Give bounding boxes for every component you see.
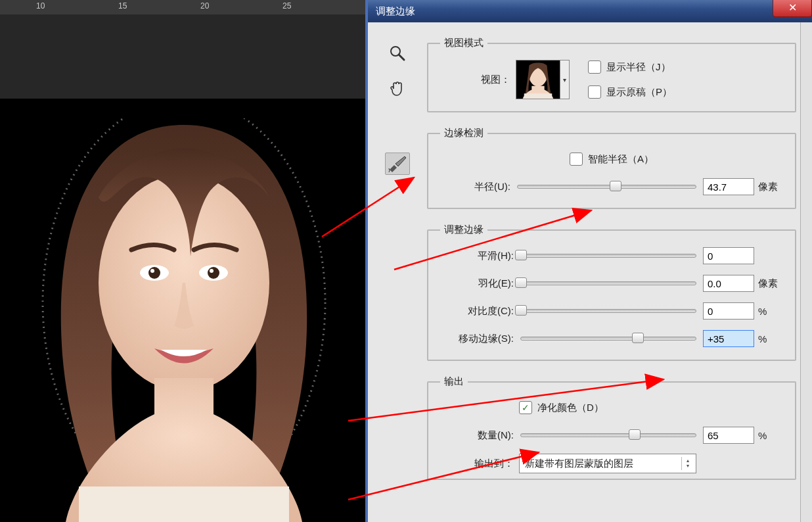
group-adjust-edge: 调整边缘 平滑(H): 羽化(E): 像素 对比度(C): xyxy=(427,224,796,361)
close-icon: ✕ xyxy=(788,1,797,14)
smart-radius-checkbox[interactable]: 智能半径（A） xyxy=(570,153,654,166)
checkbox-icon xyxy=(588,85,601,99)
shift-edge-input[interactable] xyxy=(703,330,754,347)
amount-input[interactable] xyxy=(703,427,754,444)
smart-radius-label: 智能半径（A） xyxy=(588,153,654,166)
slider-thumb-icon[interactable] xyxy=(515,250,527,260)
svg-point-4 xyxy=(148,267,160,279)
amount-label: 数量(N): xyxy=(440,429,519,442)
contrast-slider[interactable] xyxy=(520,309,696,313)
svg-rect-13 xyxy=(524,93,553,99)
svg-point-5 xyxy=(150,269,154,273)
dialog-title: 调整边缘 xyxy=(376,5,415,18)
svg-line-10 xyxy=(399,55,404,60)
purify-label: 净化颜色（D） xyxy=(537,402,604,414)
shift-edge-slider[interactable] xyxy=(520,337,696,341)
radius-unit: 像素 xyxy=(754,181,783,193)
slider-thumb-icon[interactable] xyxy=(515,305,527,316)
magnifier-icon xyxy=(389,45,406,62)
ruler-num: 25 xyxy=(282,1,291,11)
legend-output: 输出 xyxy=(440,375,468,388)
slider-thumb-icon[interactable] xyxy=(610,181,621,191)
svg-point-8 xyxy=(210,269,214,273)
scrollbar[interactable] xyxy=(800,22,812,522)
group-view-mode: 视图模式 视图： ▾ xyxy=(427,37,796,112)
show-original-checkbox[interactable]: 显示原稿（P） xyxy=(588,85,672,99)
legend-adjust-edge: 调整边缘 xyxy=(440,224,487,236)
checkbox-icon xyxy=(570,153,583,166)
output-to-label: 输出到： xyxy=(440,458,519,470)
legend-edge-detect: 边缘检测 xyxy=(440,127,487,139)
brush-icon xyxy=(388,155,407,172)
feather-unit: 像素 xyxy=(754,277,783,290)
refine-brush-tool[interactable] xyxy=(385,153,410,175)
dialog-titlebar[interactable]: 调整边缘 ✕ xyxy=(368,0,812,22)
view-thumbnail[interactable] xyxy=(516,60,560,99)
ruler-num: 20 xyxy=(200,1,209,11)
panels: 视图模式 视图： ▾ xyxy=(427,22,812,522)
amount-slider[interactable] xyxy=(520,433,696,437)
radius-slider[interactable] xyxy=(517,185,696,189)
select-arrow-icon: ▴▾ xyxy=(681,457,693,470)
slider-thumb-icon[interactable] xyxy=(515,277,527,288)
svg-point-7 xyxy=(208,267,219,279)
slider-thumb-icon[interactable] xyxy=(632,333,644,343)
smooth-input[interactable] xyxy=(703,247,754,264)
ruler-num: 10 xyxy=(36,1,45,11)
amount-unit: % xyxy=(754,430,783,441)
show-radius-label: 显示半径（J） xyxy=(606,61,671,74)
svg-rect-2 xyxy=(79,486,289,522)
ruler: 10 15 20 25 xyxy=(0,0,365,14)
contrast-label: 对比度(C): xyxy=(440,305,519,318)
feather-label: 羽化(E): xyxy=(440,277,519,290)
group-edge-detect: 边缘检测 智能半径（A） 半径(U): 像素 xyxy=(427,127,796,209)
radius-input[interactable] xyxy=(703,178,754,195)
output-to-select[interactable]: 新建带有图层蒙版的图层 ▴▾ xyxy=(519,454,696,473)
shift-edge-label: 移动边缘(S): xyxy=(440,333,519,345)
slider-thumb-icon[interactable] xyxy=(629,429,641,440)
legend-view-mode: 视图模式 xyxy=(440,37,487,49)
canvas-gray-area xyxy=(0,14,365,99)
portrait-image xyxy=(33,118,335,522)
refine-edge-dialog: 调整边缘 ✕ xyxy=(365,0,812,522)
hand-tool[interactable] xyxy=(385,78,410,100)
smooth-slider[interactable] xyxy=(520,254,696,258)
contrast-input[interactable] xyxy=(703,302,754,320)
feather-slider[interactable] xyxy=(520,281,696,285)
hand-icon xyxy=(388,80,407,98)
checkbox-icon xyxy=(519,401,532,414)
smooth-label: 平滑(H): xyxy=(440,250,519,262)
tool-column xyxy=(368,22,427,522)
group-output: 输出 净化颜色（D） 数量(N): % 输出到： 新建带有图层蒙版 xyxy=(427,375,796,480)
contrast-unit: % xyxy=(754,306,783,317)
canvas[interactable] xyxy=(0,99,365,522)
checkbox-icon xyxy=(588,60,601,74)
view-dropdown-btn[interactable]: ▾ xyxy=(560,60,570,99)
close-button[interactable]: ✕ xyxy=(773,0,812,17)
view-label: 视图： xyxy=(440,74,516,86)
output-to-value: 新建带有图层蒙版的图层 xyxy=(525,458,633,470)
show-radius-checkbox[interactable]: 显示半径（J） xyxy=(588,60,672,74)
purify-color-checkbox[interactable]: 净化颜色（D） xyxy=(519,401,604,414)
radius-label: 半径(U): xyxy=(440,181,516,193)
shift-edge-unit: % xyxy=(754,333,783,344)
feather-input[interactable] xyxy=(703,275,754,292)
zoom-tool[interactable] xyxy=(385,42,410,64)
ruler-num: 15 xyxy=(118,1,127,11)
show-original-label: 显示原稿（P） xyxy=(606,86,672,99)
